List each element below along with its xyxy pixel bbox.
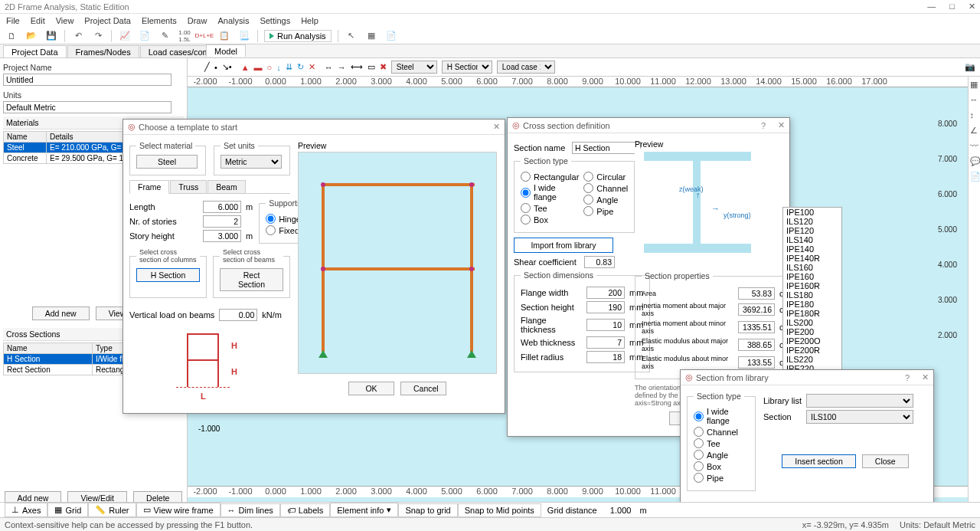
lib-item[interactable]: IPE160	[783, 272, 841, 281]
open-icon[interactable]: 📂	[24, 29, 38, 43]
story-height-input[interactable]	[203, 230, 241, 242]
type-rect-radio[interactable]	[521, 172, 531, 182]
new-icon[interactable]: 🗋	[5, 29, 18, 43]
menu-analysis[interactable]: Analysis	[217, 16, 249, 25]
lib-item[interactable]: IPE160R	[783, 281, 841, 290]
template-ok-button[interactable]: OK	[348, 382, 394, 395]
rt-doc-icon[interactable]: 📄	[970, 172, 979, 181]
save-icon[interactable]: 💾	[44, 29, 58, 43]
type-iwide-radio[interactable]	[521, 188, 531, 198]
hinge-icon[interactable]: ○	[267, 63, 273, 72]
grid-toggle[interactable]: ▦Grid	[47, 503, 88, 517]
tab-project-data[interactable]: Project Data	[3, 45, 67, 57]
snap-mid-toggle[interactable]: Snap to Mid points	[458, 503, 541, 517]
project-name-input[interactable]	[3, 74, 172, 86]
material-select[interactable]: Steel	[391, 61, 437, 74]
cursor-icon[interactable]: ↖	[345, 29, 358, 43]
lib-item[interactable]: ILS120	[783, 217, 841, 226]
lib-item[interactable]: IPE120	[783, 226, 841, 235]
arrow-r-icon[interactable]: →	[338, 63, 346, 72]
support-fixed-icon[interactable]: ▬	[254, 63, 263, 72]
close-icon[interactable]: ✕	[969, 2, 975, 11]
materials-addnew-button[interactable]: Add new	[32, 306, 90, 320]
lib-item[interactable]: ILS220	[783, 355, 841, 364]
lib-item[interactable]: ILS200	[783, 318, 841, 327]
menu-view[interactable]: View	[56, 16, 74, 25]
redo-icon[interactable]: ↷	[91, 29, 105, 43]
ratio-icon[interactable]: 1.001.5L	[178, 29, 191, 43]
lib-item[interactable]: IPE140	[783, 244, 841, 254]
dim-input[interactable]	[586, 301, 625, 313]
rt-up-icon[interactable]: ↕	[970, 110, 979, 120]
ruler-toggle[interactable]: 📏Ruler	[88, 503, 136, 517]
delete-icon[interactable]: ✕	[309, 62, 315, 72]
tab-truss[interactable]: Truss	[170, 180, 207, 193]
vertical-load-input[interactable]	[219, 309, 257, 321]
menu-settings[interactable]: Settings	[260, 16, 290, 25]
template-cancel-button[interactable]: Cancel	[400, 382, 446, 395]
menu-file[interactable]: File	[6, 16, 20, 25]
lib-item[interactable]: IPE200O	[783, 336, 841, 346]
length-input[interactable]	[203, 201, 241, 213]
menu-project-data[interactable]: Project Data	[84, 16, 131, 25]
combo-icon[interactable]: D+L+E	[198, 29, 211, 43]
lib-item[interactable]: IPE100	[783, 208, 841, 217]
load-dist-icon[interactable]: ⇊	[286, 62, 292, 72]
support-fixed-radio[interactable]	[266, 225, 276, 235]
cs-help-icon[interactable]: ?	[761, 121, 766, 130]
run-analysis-button[interactable]: Run Analysis	[264, 30, 332, 42]
lib-item[interactable]: IPE200	[783, 327, 841, 336]
elinfo-toggle[interactable]: Element info▾	[330, 503, 398, 517]
report-icon[interactable]: 📄	[138, 29, 152, 43]
tab-frame[interactable]: Frame	[129, 180, 169, 194]
menu-draw[interactable]: Draw	[188, 16, 207, 25]
lib-angle-radio[interactable]	[694, 450, 704, 460]
type-channel-radio[interactable]	[583, 183, 593, 193]
lib-close-icon[interactable]: ✕	[922, 372, 929, 382]
lib-tee-radio[interactable]	[694, 438, 704, 448]
wire-toggle[interactable]: ▭View wire frame	[136, 503, 220, 517]
lib-box-radio[interactable]	[694, 461, 704, 471]
loadcase-select[interactable]: Load case 1	[497, 61, 555, 74]
menu-help[interactable]: Help	[301, 16, 318, 25]
section-select[interactable]: H Section	[442, 61, 492, 74]
lib-iwide-radio[interactable]	[694, 411, 704, 421]
insert-section-button[interactable]: Insert section	[782, 454, 855, 468]
lib-help-icon[interactable]: ?	[905, 373, 910, 382]
rt-arrow-icon[interactable]: ↔	[970, 95, 979, 104]
lib-item[interactable]: ILS160	[783, 263, 841, 272]
rt-angle-icon[interactable]: ∠	[970, 126, 979, 135]
sheet-icon[interactable]: 📄	[384, 29, 398, 43]
rt-chat-icon[interactable]: 💬	[970, 156, 979, 166]
chart-icon[interactable]: 📈	[118, 29, 132, 43]
undo-icon[interactable]: ↶	[71, 29, 85, 43]
shear-input[interactable]	[584, 256, 615, 268]
type-tee-radio[interactable]	[521, 203, 531, 213]
axes-toggle[interactable]: ⊥Axes	[5, 503, 47, 517]
lib-close-button[interactable]: Close	[862, 454, 909, 468]
type-box-radio[interactable]	[521, 215, 531, 225]
lib-pipe-radio[interactable]	[694, 473, 704, 483]
section-name-input[interactable]	[572, 142, 641, 154]
del2-icon[interactable]: ✖	[380, 62, 387, 72]
cs-columns-button[interactable]: H Section	[136, 268, 200, 282]
arrow-h-icon[interactable]: ↔	[325, 63, 333, 72]
load-point-icon[interactable]: ↓	[276, 63, 281, 72]
doc-icon[interactable]: 📋	[217, 29, 231, 43]
template-close-icon[interactable]: ✕	[493, 122, 500, 132]
type-pipe-radio[interactable]	[583, 206, 593, 216]
rt-curve-icon[interactable]: 〰	[970, 141, 979, 150]
stories-input[interactable]	[203, 215, 241, 228]
draw-line-icon[interactable]: ╱	[204, 62, 210, 72]
lib-item[interactable]: IPE200R	[783, 346, 841, 355]
maximize-icon[interactable]: □	[949, 2, 955, 11]
type-angle-radio[interactable]	[583, 195, 593, 205]
lib-item[interactable]: ILS180	[783, 290, 841, 300]
units-select[interactable]: Metric	[220, 155, 282, 169]
menu-elements[interactable]: Elements	[142, 16, 177, 25]
cs-close-icon[interactable]: ✕	[778, 120, 785, 130]
lib-item[interactable]: IPE140R	[783, 254, 841, 263]
frame-icon[interactable]: ▭	[368, 62, 375, 72]
dim-input[interactable]	[586, 336, 625, 349]
material-button[interactable]: Steel	[136, 155, 198, 169]
